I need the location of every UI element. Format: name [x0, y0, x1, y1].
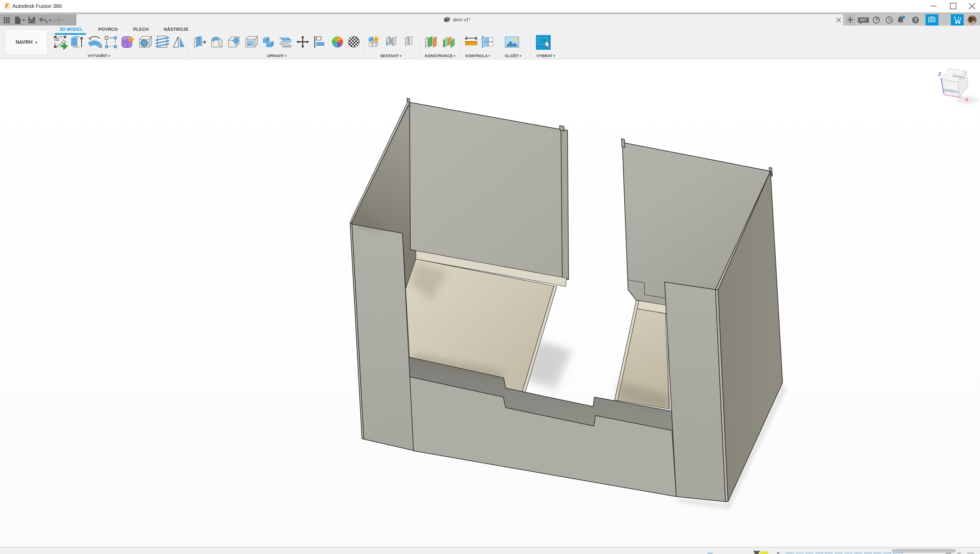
svg-text:X: X	[965, 97, 969, 102]
svg-text:?: ?	[914, 18, 917, 23]
svg-text:Z: Z	[938, 72, 941, 77]
